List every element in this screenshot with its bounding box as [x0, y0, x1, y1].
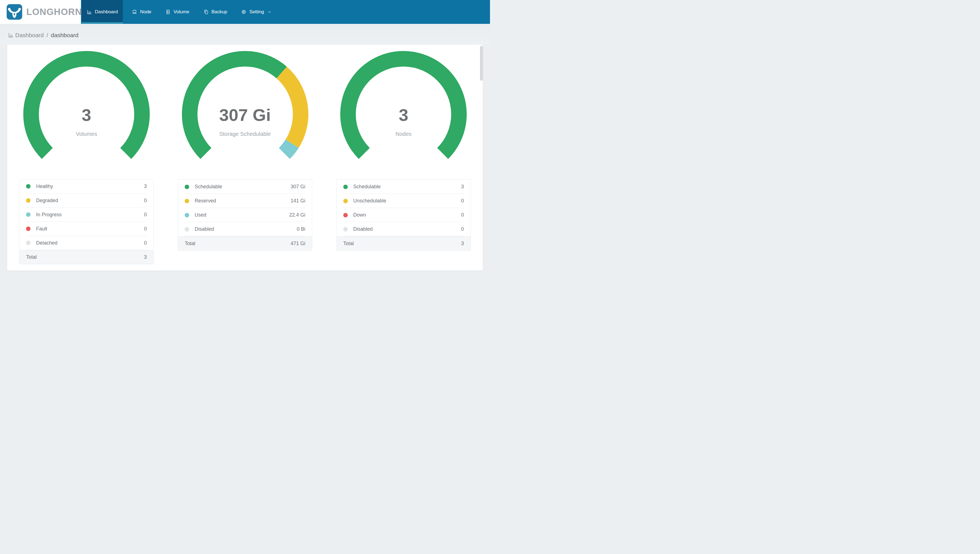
bar-chart-icon [8, 32, 14, 38]
volumes-legend-table: Healthy3Degraded0In Progress0Fault0Detac… [19, 179, 154, 264]
total-row: Total471 Gi [178, 236, 312, 250]
legend-value: 307 Gi [291, 184, 305, 189]
gauge-segment-reserved [282, 73, 300, 144]
tab-label: Backup [212, 9, 228, 15]
legend-row: Used22.4 Gi [178, 208, 312, 222]
tab-label: Volume [173, 9, 189, 15]
legend-value: 0 [461, 212, 464, 218]
legend-value: 0 [461, 226, 464, 232]
legend-row: In Progress0 [19, 208, 153, 222]
legend-label: In Progress [36, 212, 62, 218]
legend-value: 0 [144, 212, 147, 218]
volume-icon [165, 9, 171, 15]
breadcrumb: Dashboard / dashboard [0, 24, 490, 45]
yellow-dot [26, 198, 30, 203]
tab-label: Dashboard [95, 9, 118, 15]
tab-setting[interactable]: Setting [236, 0, 277, 24]
storage-gauge-chart [182, 51, 309, 162]
total-value: 471 Gi [291, 241, 305, 247]
legend-row: Disabled0 [337, 222, 471, 236]
longhorn-logo[interactable]: LONGHORN [0, 0, 81, 24]
total-value: 3 [144, 254, 147, 260]
legend-row: Healthy3 [19, 179, 153, 194]
dashboard-icon [86, 9, 92, 15]
legend-value: 3 [461, 184, 464, 189]
legend-label: Down [353, 212, 366, 218]
gray-dot [343, 227, 348, 231]
node-icon [132, 9, 137, 15]
legend-row: Down0 [337, 208, 471, 222]
gauge-segment-healthy [31, 59, 142, 153]
breadcrumb-current: dashboard [51, 32, 78, 38]
chevron-down-icon [267, 10, 272, 14]
legend-value: 0 [461, 198, 464, 204]
brand-name: LONGHORN [26, 6, 82, 17]
nodes-gauge-chart [340, 51, 467, 162]
gauge-segment-schedulable [348, 59, 459, 153]
legend-value: 0 Bi [297, 226, 305, 232]
teal-dot [185, 213, 189, 217]
storage-panel: 307 Gi Storage Schedulable Schedulable30… [166, 51, 325, 264]
legend-row: Unschedulable0 [337, 194, 471, 208]
gear-icon [241, 9, 247, 15]
legend-label: Fault [36, 226, 47, 232]
legend-value: 0 [144, 226, 147, 232]
legend-row: Reserved141 Gi [178, 194, 312, 208]
top-navbar: LONGHORN Dashboard Node [0, 0, 490, 24]
breadcrumb-section[interactable]: Dashboard [15, 32, 44, 38]
legend-row: Schedulable3 [337, 180, 471, 194]
tab-dashboard[interactable]: Dashboard [81, 0, 123, 24]
legend-value: 0 [144, 198, 147, 204]
tab-label: Node [140, 9, 151, 15]
gray-dot [185, 227, 189, 231]
nodes-legend-table: Schedulable3Unschedulable0Down0Disabled0… [336, 179, 471, 251]
volumes-gauge-chart [23, 51, 150, 162]
backup-icon [203, 9, 209, 15]
gauge-segment-schedulable [189, 59, 282, 153]
total-row: Total3 [19, 250, 153, 264]
tab-node[interactable]: Node [127, 0, 156, 24]
legend-label: Used [195, 212, 206, 218]
tab-volume[interactable]: Volume [160, 0, 194, 24]
legend-row: Degraded0 [19, 194, 153, 208]
red-dot [343, 213, 348, 217]
legend-value: 22.4 Gi [289, 212, 305, 218]
longhorn-bull-icon [6, 4, 22, 20]
volumes-panel: 3 Volumes Healthy3Degraded0In Progress0F… [7, 51, 166, 264]
total-label: Total [26, 254, 37, 260]
legend-label: Unschedulable [353, 198, 386, 204]
legend-label: Schedulable [353, 184, 381, 189]
legend-row: Fault0 [19, 222, 153, 236]
gauge-segment-used [284, 143, 292, 153]
legend-label: Disabled [195, 226, 214, 232]
red-dot [26, 226, 30, 231]
tab-label: Setting [249, 9, 264, 15]
green-dot [26, 184, 30, 189]
yellow-dot [343, 199, 348, 203]
legend-label: Schedulable [195, 184, 222, 189]
nodes-panel: 3 Nodes Schedulable3Unschedulable0Down0D… [324, 51, 483, 264]
total-label: Total [343, 241, 354, 247]
legend-label: Reserved [195, 198, 216, 204]
legend-value: 0 [144, 240, 147, 246]
legend-row: Detached0 [19, 236, 153, 250]
main-nav: Dashboard Node Volume [81, 0, 281, 24]
gray-dot [26, 241, 30, 245]
storage-legend-table: Schedulable307 GiReserved141 GiUsed22.4 … [178, 179, 312, 251]
green-dot [343, 185, 348, 189]
legend-label: Detached [36, 240, 57, 246]
legend-value: 3 [144, 183, 147, 189]
legend-label: Disabled [353, 226, 373, 232]
vertical-scrollbar-thumb[interactable] [480, 46, 483, 81]
total-row: Total3 [337, 236, 471, 250]
legend-label: Healthy [36, 183, 53, 189]
total-label: Total [185, 241, 195, 247]
yellow-dot [185, 199, 189, 203]
legend-label: Degraded [36, 198, 58, 204]
teal-dot [26, 212, 30, 217]
legend-row: Disabled0 Bi [178, 222, 312, 236]
tab-backup[interactable]: Backup [198, 0, 232, 24]
dashboard-card: 3 Volumes Healthy3Degraded0In Progress0F… [7, 45, 483, 271]
total-value: 3 [461, 241, 464, 247]
legend-row: Schedulable307 Gi [178, 180, 312, 194]
